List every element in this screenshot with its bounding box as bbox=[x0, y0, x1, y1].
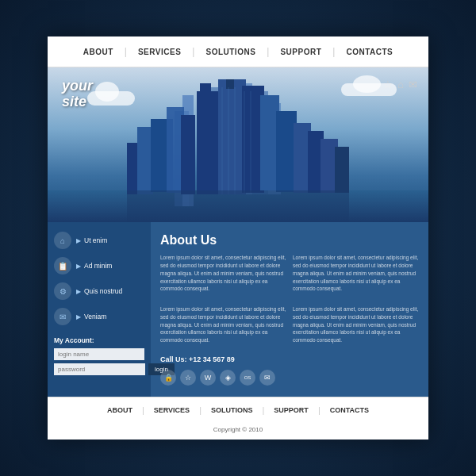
account-label: My Account: bbox=[54, 336, 94, 344]
svg-rect-15 bbox=[226, 79, 234, 89]
login-name-input[interactable] bbox=[54, 348, 144, 360]
arrow-icon-4: ▶ bbox=[76, 313, 81, 321]
sidebar-label-4: Veniam bbox=[84, 313, 106, 321]
hero-section: yoursite ☆ ⌂ ✉ bbox=[48, 67, 428, 222]
arrow-icon-1: ▶ bbox=[76, 237, 81, 244]
social-lock-icon[interactable]: 🔒 bbox=[160, 370, 176, 386]
sidebar-label-1: Ut enim bbox=[84, 236, 107, 244]
gear-circle-icon: ⚙ bbox=[54, 282, 71, 300]
sidebar: ⌂ ▶ Ut enim 📋 ▶ Ad minim ⚙ ▶ Quis nostru… bbox=[48, 222, 151, 397]
nav-about[interactable]: ABOUT bbox=[72, 48, 125, 56]
copyright: Copyright © 2010 bbox=[48, 423, 428, 440]
sidebar-label-3: Quis nostrud bbox=[84, 287, 122, 295]
lorem-para-4: Lorem ipsum dolor sit amet, consectetur … bbox=[293, 305, 419, 344]
login-row: login bbox=[54, 363, 144, 375]
footer-nav-services[interactable]: SERVICES bbox=[144, 406, 199, 414]
lorem-para-1: Lorem ipsum dolor sit amet, consectetur … bbox=[160, 254, 286, 293]
social-mail-icon[interactable]: ✉ bbox=[259, 370, 275, 386]
nav-contacts[interactable]: CONTACTS bbox=[335, 48, 404, 56]
arrow-icon-2: ▶ bbox=[76, 263, 81, 270]
footer-nav-solutions[interactable]: SOLUTIONS bbox=[202, 406, 263, 414]
sidebar-item-4[interactable]: ✉ ▶ Veniam bbox=[54, 308, 144, 325]
main-content: About Us Lorem ipsum dolor sit amet, con… bbox=[151, 222, 428, 397]
svg-rect-13 bbox=[200, 83, 211, 99]
sidebar-item-3[interactable]: ⚙ ▶ Quis nostrud bbox=[54, 282, 144, 300]
footer-nav-about[interactable]: ABOUT bbox=[98, 406, 142, 414]
nav-solutions[interactable]: SOLUTIONS bbox=[194, 48, 267, 56]
sidebar-item-1[interactable]: ⌂ ▶ Ut enim bbox=[54, 232, 144, 249]
account-section: My Account: login bbox=[54, 336, 144, 375]
svg-rect-28 bbox=[127, 190, 349, 222]
mail-circle-icon: ✉ bbox=[54, 308, 71, 325]
social-icons-row: 🔒 ☆ W ◈ OS ✉ bbox=[160, 370, 419, 386]
social-os-icon[interactable]: OS bbox=[240, 370, 255, 386]
nav-services[interactable]: SERVICES bbox=[127, 48, 192, 56]
top-nav: ABOUT | SERVICES | SOLUTIONS | SUPPORT |… bbox=[48, 36, 428, 67]
sidebar-label-2: Ad minim bbox=[84, 262, 112, 270]
social-diamond-icon[interactable]: ◈ bbox=[220, 370, 236, 386]
password-input[interactable] bbox=[54, 363, 145, 375]
footer-nav-contacts[interactable]: CONTACTS bbox=[321, 406, 378, 414]
home-circle-icon: ⌂ bbox=[54, 232, 71, 249]
doc-circle-icon: 📋 bbox=[54, 257, 71, 274]
about-title: About Us bbox=[160, 233, 419, 248]
arrow-icon-3: ▶ bbox=[76, 288, 81, 295]
nav-support[interactable]: SUPPORT bbox=[269, 48, 332, 56]
footer-nav-support[interactable]: SUPPORT bbox=[264, 406, 318, 414]
social-w-icon[interactable]: W bbox=[200, 370, 216, 386]
svg-rect-22 bbox=[335, 147, 349, 193]
lorem-para-3: Lorem ipsum dolor sit amet, consectetur … bbox=[293, 254, 419, 293]
content-grid: Lorem ipsum dolor sit amet, consectetur … bbox=[160, 254, 419, 351]
svg-rect-12 bbox=[197, 91, 221, 194]
website-frame: ABOUT | SERVICES | SOLUTIONS | SUPPORT |… bbox=[48, 36, 428, 440]
content-area: ⌂ ▶ Ut enim 📋 ▶ Ad minim ⚙ ▶ Quis nostru… bbox=[48, 222, 428, 397]
city-skyline bbox=[48, 79, 428, 222]
social-star-icon[interactable]: ☆ bbox=[180, 370, 196, 386]
footer-nav: ABOUT | SERVICES | SOLUTIONS | SUPPORT |… bbox=[48, 397, 428, 423]
call-us: Call Us: +12 34 567 89 bbox=[160, 355, 419, 363]
lorem-para-2: Lorem ipsum dolor sit amet, consectetur … bbox=[160, 305, 286, 344]
sidebar-item-2[interactable]: 📋 ▶ Ad minim bbox=[54, 257, 144, 274]
svg-rect-11 bbox=[181, 115, 195, 194]
